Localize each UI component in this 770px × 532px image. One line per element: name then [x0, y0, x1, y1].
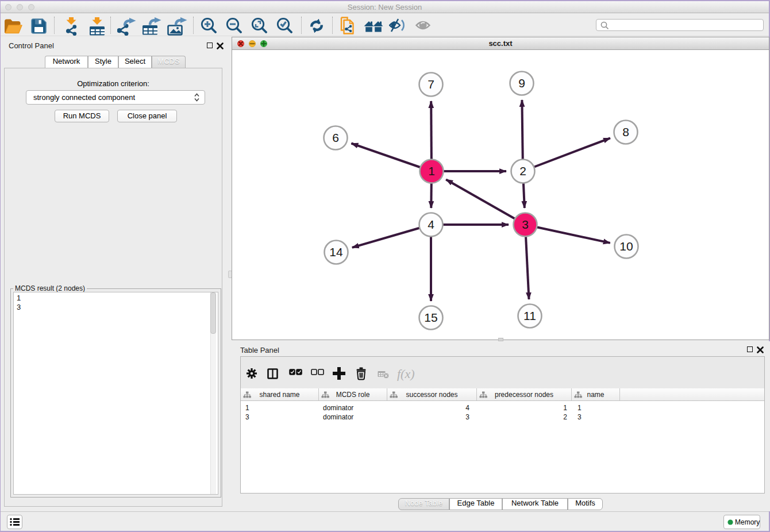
svg-text:10: 10	[619, 240, 633, 253]
svg-text:8: 8	[622, 125, 629, 138]
svg-text:11: 11	[523, 309, 536, 322]
svg-text:7: 7	[428, 78, 434, 91]
svg-text:9: 9	[518, 76, 525, 90]
svg-text:4: 4	[428, 218, 434, 231]
svg-text:1: 1	[428, 164, 435, 178]
svg-text:6: 6	[332, 131, 339, 144]
svg-text:15: 15	[424, 311, 437, 324]
svg-text:14: 14	[329, 245, 343, 259]
svg-text:3: 3	[522, 218, 529, 231]
svg-text:2: 2	[519, 164, 526, 178]
